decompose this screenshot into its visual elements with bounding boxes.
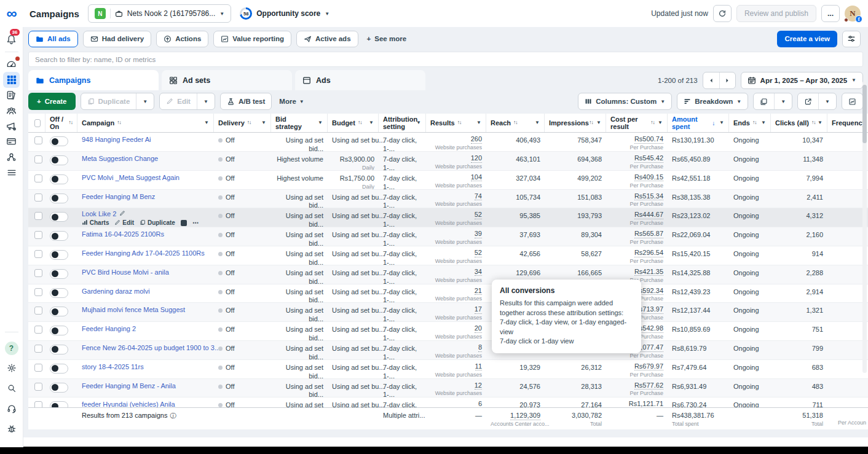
- row-checkbox[interactable]: [28, 152, 45, 171]
- select-all-checkbox[interactable]: [28, 114, 45, 132]
- tab-campaigns[interactable]: Campaigns: [28, 70, 159, 90]
- campaign-toggle[interactable]: [45, 152, 77, 171]
- chevron-down-icon[interactable]: ▼: [656, 120, 663, 126]
- chevron-down-icon[interactable]: ▼: [533, 120, 540, 126]
- next-page-button[interactable]: [719, 72, 735, 88]
- table-row[interactable]: Fatima 16-04-2025 2100RsOffUsing ad set …: [28, 227, 868, 246]
- avatar[interactable]: N f: [845, 6, 861, 22]
- table-row[interactable]: Feeder Hanging Adv 17-04-2025 1100RsOffU…: [28, 246, 868, 265]
- columns-button[interactable]: Columns: Custom▼: [578, 93, 671, 109]
- export-dropdown[interactable]: ▼: [818, 93, 836, 109]
- campaign-name-link[interactable]: Look Like 2: [82, 210, 116, 217]
- row-checkbox[interactable]: [28, 341, 45, 360]
- table-row[interactable]: Feeder Hanging 2OffUsing ad set bid...Us…: [28, 322, 868, 341]
- chevron-down-icon[interactable]: ▼: [594, 120, 601, 126]
- column-header-impressions[interactable]: Impressions↑↓▼: [545, 114, 606, 132]
- campaign-name-link[interactable]: Meta Suggestion Change: [82, 155, 158, 162]
- edit-button[interactable]: Edit: [160, 93, 197, 109]
- table-row[interactable]: Gardening daraz molviOffUsing ad set bid…: [28, 284, 868, 303]
- chart-button[interactable]: [842, 93, 862, 109]
- campaign-name-link[interactable]: 948 Hanging Feeder Ai: [82, 136, 151, 143]
- more-dropdown-button[interactable]: More▼: [277, 98, 306, 105]
- sort-desc-icon[interactable]: ↓: [712, 120, 715, 127]
- chevron-down-icon[interactable]: ▼: [759, 120, 766, 126]
- search-input[interactable]: [35, 56, 856, 63]
- campaign-toggle[interactable]: [45, 303, 77, 322]
- row-checkbox[interactable]: [28, 171, 45, 190]
- column-header-budget[interactable]: Budget↑↓▼: [328, 114, 379, 132]
- campaign-toggle[interactable]: [45, 322, 77, 341]
- sort-icon[interactable]: ↑↓: [457, 120, 462, 125]
- sort-icon[interactable]: ↑↓: [513, 120, 518, 125]
- filter-chip-value-reporting[interactable]: Value reporting: [213, 31, 291, 47]
- ab-test-button[interactable]: A/B test: [221, 93, 271, 109]
- campaign-name-link[interactable]: Feeder Hanging 2: [82, 325, 136, 332]
- campaign-toggle[interactable]: [45, 397, 77, 407]
- see-more-button[interactable]: + See more: [367, 35, 407, 42]
- reports-docs-icon[interactable]: [4, 88, 20, 103]
- events-network-icon[interactable]: [4, 149, 20, 165]
- campaign-toggle[interactable]: [45, 208, 77, 227]
- meta-logo-icon[interactable]: ∞: [6, 6, 17, 21]
- sort-icon[interactable]: ↑↓: [117, 120, 121, 125]
- billing-card-icon[interactable]: [4, 134, 20, 149]
- filter-chip-actions[interactable]: Actions: [156, 31, 208, 47]
- opportunity-score[interactable]: 58 Opportunity score ▼: [240, 7, 329, 20]
- chevron-down-icon[interactable]: ▼: [414, 120, 421, 126]
- campaign-name-link[interactable]: Feeder Hanging M Benz: [82, 193, 155, 200]
- create-button[interactable]: +Create: [28, 93, 76, 110]
- campaign-name-link[interactable]: feeder Hyundai (vehicles) Anila: [82, 401, 175, 407]
- campaign-toggle[interactable]: [45, 265, 77, 284]
- campaign-toggle[interactable]: [45, 360, 77, 379]
- search-bar[interactable]: [28, 52, 863, 67]
- filter-chip-active-ads[interactable]: Active ads: [296, 31, 358, 47]
- row-checkbox[interactable]: [28, 379, 45, 398]
- pencil-icon[interactable]: [119, 210, 125, 217]
- scrollbar-thumb[interactable]: [862, 85, 867, 143]
- vertical-scrollbar[interactable]: [862, 81, 867, 373]
- column-header-cost-per-result[interactable]: Cost per result↑↓▼: [606, 114, 668, 132]
- campaign-name-link[interactable]: story 18-4-2025 11rs: [82, 363, 144, 370]
- table-row[interactable]: Feeder Hanging M Benz - AnilaOffUsing ad…: [28, 379, 868, 398]
- column-header-clicks-all-[interactable]: Clicks (all)↑↓▼: [771, 114, 827, 132]
- all-tools-menu-icon[interactable]: [4, 165, 20, 180]
- column-header-amount-spent[interactable]: Amount spent↓▼: [668, 114, 729, 132]
- refresh-button[interactable]: [713, 5, 732, 22]
- create-view-button[interactable]: Create a view: [777, 31, 837, 47]
- campaign-name-link[interactable]: Mujhaid molvi fence Meta Suggest: [82, 306, 185, 313]
- row-checkbox[interactable]: [28, 284, 45, 303]
- row-checkbox[interactable]: [28, 397, 45, 407]
- campaign-name-link[interactable]: Fatima 16-04-2025 2100Rs: [82, 230, 164, 238]
- support-headset-icon[interactable]: [4, 401, 20, 416]
- tab-ads[interactable]: Ads: [295, 70, 425, 90]
- help-icon[interactable]: ?: [5, 342, 18, 355]
- column-header-reach[interactable]: Reach↑↓▼: [486, 114, 545, 132]
- table-row[interactable]: Feeder Hanging M BenzOffUsing ad set bid…: [28, 190, 868, 209]
- campaign-toggle[interactable]: [45, 190, 77, 209]
- filter-chip-had-delivery[interactable]: Had delivery: [83, 31, 151, 47]
- row-checkbox[interactable]: [28, 246, 45, 265]
- chevron-down-icon[interactable]: ▼: [717, 120, 724, 126]
- sort-icon[interactable]: ↑↓: [811, 120, 816, 125]
- chevron-down-icon[interactable]: ▼: [259, 120, 266, 126]
- chevron-down-icon[interactable]: ▼: [475, 120, 481, 126]
- pin-icon[interactable]: [181, 220, 187, 226]
- campaign-toggle[interactable]: [45, 284, 77, 303]
- settings-gear-icon[interactable]: [4, 360, 20, 375]
- duplicate-action[interactable]: Duplicate: [140, 219, 175, 227]
- table-row[interactable]: feeder Hyundai (vehicles) AnilaOffUsing …: [28, 397, 868, 407]
- campaign-toggle[interactable]: [45, 341, 77, 360]
- sort-icon[interactable]: ↑↓: [752, 120, 757, 125]
- audiences-people-icon[interactable]: [4, 103, 20, 119]
- notifications-bell-icon[interactable]: 36: [4, 32, 20, 47]
- table-row[interactable]: 948 Hanging Feeder AiOffUsing ad set bid…: [28, 133, 868, 152]
- sort-icon[interactable]: ↑↓: [247, 120, 251, 125]
- account-selector[interactable]: N Nets Nook 2 (161795786... ▼: [88, 4, 231, 23]
- date-range-button[interactable]: Apr 1, 2025 – Apr 30, 2025 ▼: [741, 72, 863, 89]
- info-icon[interactable]: ⓘ: [170, 412, 176, 419]
- column-header-results[interactable]: Results↑↓▼: [426, 114, 486, 132]
- campaign-name-link[interactable]: PVC Molvi _Meta Suggest Again: [82, 174, 180, 181]
- row-checkbox[interactable]: [28, 208, 45, 227]
- edit-dropdown[interactable]: ▼: [197, 93, 215, 109]
- campaign-toggle[interactable]: [45, 379, 77, 398]
